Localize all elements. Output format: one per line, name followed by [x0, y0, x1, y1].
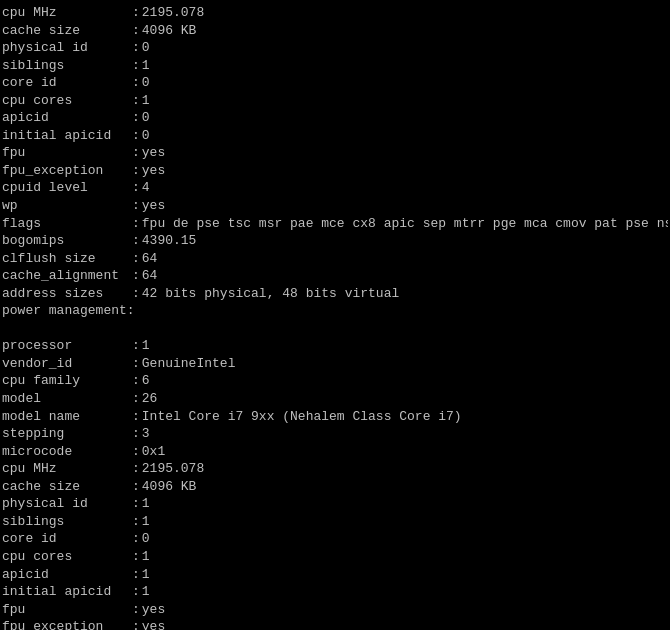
info-row-1: cache size: 4096 KB: [2, 22, 668, 40]
info-row-34: fpu: yes: [2, 601, 668, 619]
info-sep-4: :: [132, 74, 140, 92]
info-row-16: address sizes: 42 bits physical, 48 bits…: [2, 285, 668, 303]
info-row-9: fpu_exception: yes: [2, 162, 668, 180]
info-sep-16: :: [132, 285, 140, 303]
info-sep-13: :: [132, 232, 140, 250]
info-row-7: initial apicid: 0: [2, 127, 668, 145]
info-val-9: yes: [142, 162, 165, 180]
info-row-6: apicid: 0: [2, 109, 668, 127]
info-row-26: cpu MHz: 2195.078: [2, 460, 668, 478]
info-key-27: cache size: [2, 478, 132, 496]
info-row-4: core id: 0: [2, 74, 668, 92]
info-key-8: fpu: [2, 144, 132, 162]
info-key-13: bogomips: [2, 232, 132, 250]
info-sep-35: :: [132, 618, 140, 630]
info-val-31: 1: [142, 548, 150, 566]
info-sep-29: :: [132, 513, 140, 531]
empty-row-18: [2, 320, 668, 338]
info-key-30: core id: [2, 530, 132, 548]
info-val-5: 1: [142, 92, 150, 110]
info-key-23: model name: [2, 408, 132, 426]
info-val-26: 2195.078: [142, 460, 204, 478]
info-val-32: 1: [142, 566, 150, 584]
info-row-11: wp: yes: [2, 197, 668, 215]
info-sep-33: :: [132, 583, 140, 601]
info-sep-14: :: [132, 250, 140, 268]
info-key-11: wp: [2, 197, 132, 215]
info-val-1: 4096 KB: [142, 22, 197, 40]
info-sep-34: :: [132, 601, 140, 619]
info-val-2: 0: [142, 39, 150, 57]
info-key-20: vendor_id: [2, 355, 132, 373]
info-key-14: clflush size: [2, 250, 132, 268]
info-key-17: power management:: [2, 302, 135, 320]
info-sep-15: :: [132, 267, 140, 285]
info-val-16: 42 bits physical, 48 bits virtual: [142, 285, 399, 303]
info-val-20: GenuineIntel: [142, 355, 236, 373]
info-val-7: 0: [142, 127, 150, 145]
info-row-5: cpu cores: 1: [2, 92, 668, 110]
info-row-17: power management:: [2, 302, 668, 320]
info-key-35: fpu_exception: [2, 618, 132, 630]
info-key-19: processor: [2, 337, 132, 355]
info-val-28: 1: [142, 495, 150, 513]
info-val-22: 26: [142, 390, 158, 408]
info-val-13: 4390.15: [142, 232, 197, 250]
info-key-15: cache_alignment: [2, 267, 132, 285]
info-val-19: 1: [142, 337, 150, 355]
info-row-13: bogomips: 4390.15: [2, 232, 668, 250]
info-row-23: model name: Intel Core i7 9xx (Nehalem C…: [2, 408, 668, 426]
info-sep-22: :: [132, 390, 140, 408]
info-val-11: yes: [142, 197, 165, 215]
info-key-21: cpu family: [2, 372, 132, 390]
info-key-3: siblings: [2, 57, 132, 75]
info-sep-5: :: [132, 92, 140, 110]
cpu-info-table: cpu MHz: 2195.078cache size: 4096 KBphys…: [2, 4, 668, 630]
info-sep-3: :: [132, 57, 140, 75]
info-key-22: model: [2, 390, 132, 408]
info-row-25: microcode: 0x1: [2, 443, 668, 461]
info-row-19: processor: 1: [2, 337, 668, 355]
info-key-9: fpu_exception: [2, 162, 132, 180]
info-sep-19: :: [132, 337, 140, 355]
info-sep-12: :: [132, 215, 140, 233]
info-sep-21: :: [132, 372, 140, 390]
info-val-0: 2195.078: [142, 4, 204, 22]
info-sep-30: :: [132, 530, 140, 548]
info-key-26: cpu MHz: [2, 460, 132, 478]
info-key-1: cache size: [2, 22, 132, 40]
info-sep-27: :: [132, 478, 140, 496]
info-val-21: 6: [142, 372, 150, 390]
info-val-12: fpu de pse tsc msr pae mce cx8 apic sep …: [142, 215, 668, 233]
info-row-20: vendor_id: GenuineIntel: [2, 355, 668, 373]
info-row-27: cache size: 4096 KB: [2, 478, 668, 496]
info-sep-20: :: [132, 355, 140, 373]
info-sep-28: :: [132, 495, 140, 513]
info-row-2: physical id: 0: [2, 39, 668, 57]
info-key-2: physical id: [2, 39, 132, 57]
info-row-28: physical id: 1: [2, 495, 668, 513]
info-sep-32: :: [132, 566, 140, 584]
info-sep-10: :: [132, 179, 140, 197]
info-sep-7: :: [132, 127, 140, 145]
info-key-16: address sizes: [2, 285, 132, 303]
info-row-12: flags: fpu de pse tsc msr pae mce cx8 ap…: [2, 215, 668, 233]
info-key-32: apicid: [2, 566, 132, 584]
info-val-10: 4: [142, 179, 150, 197]
info-row-3: siblings: 1: [2, 57, 668, 75]
info-key-0: cpu MHz: [2, 4, 132, 22]
info-sep-26: :: [132, 460, 140, 478]
info-row-15: cache_alignment: 64: [2, 267, 668, 285]
info-row-24: stepping: 3: [2, 425, 668, 443]
info-sep-8: :: [132, 144, 140, 162]
info-sep-1: :: [132, 22, 140, 40]
info-sep-11: :: [132, 197, 140, 215]
info-row-31: cpu cores: 1: [2, 548, 668, 566]
info-val-6: 0: [142, 109, 150, 127]
info-key-34: fpu: [2, 601, 132, 619]
info-key-25: microcode: [2, 443, 132, 461]
info-val-8: yes: [142, 144, 165, 162]
info-key-33: initial apicid: [2, 583, 132, 601]
info-key-31: cpu cores: [2, 548, 132, 566]
info-sep-6: :: [132, 109, 140, 127]
